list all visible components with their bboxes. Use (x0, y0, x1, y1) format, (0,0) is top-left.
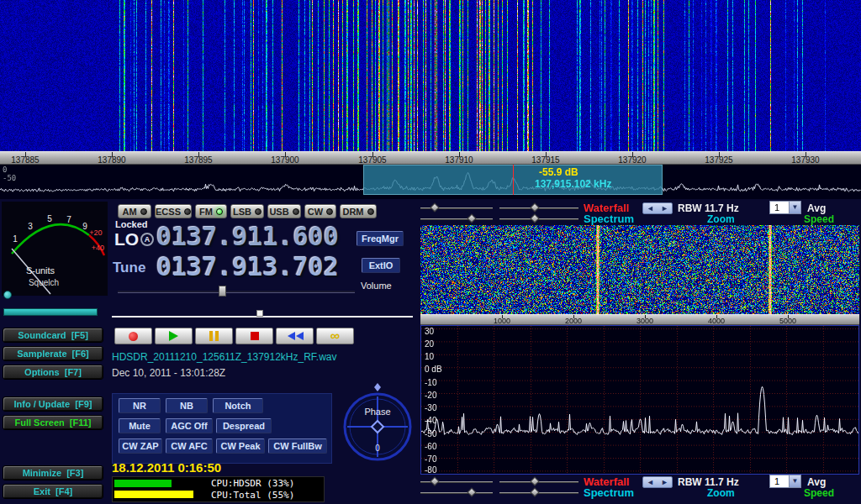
left-arrow-icon[interactable]: ◄ (647, 478, 654, 486)
mode-label: FM (199, 207, 213, 217)
lo-frequency-display[interactable]: 0137.911.600 (156, 222, 339, 251)
extio-button[interactable]: ExtIO (362, 258, 400, 273)
signal-level-readout: -55.9 dB (539, 166, 578, 178)
info-update-button[interactable]: Info / Update [F9] (3, 396, 103, 412)
dropdown-arrow-icon[interactable]: ▼ (789, 475, 800, 487)
despread-button[interactable]: Despread (216, 418, 272, 433)
rewind-button[interactable] (276, 328, 314, 344)
slider-thumb[interactable] (467, 213, 476, 223)
tune-cursor (513, 165, 514, 195)
waterfall-brightness-slider[interactable] (499, 203, 578, 213)
pause-button[interactable] (195, 328, 233, 344)
tune-slider[interactable] (112, 310, 413, 319)
avg-dropdown[interactable]: 1 ▼ (769, 201, 801, 214)
record-button[interactable] (114, 328, 152, 344)
fullscreen-button[interactable]: Full Screen [F11] (3, 415, 103, 430)
notch-button[interactable]: Notch (213, 398, 263, 413)
dropdown-arrow-icon[interactable]: ▼ (789, 202, 800, 213)
squelch-level-bar[interactable] (3, 308, 98, 316)
mode-drm-button[interactable]: DRM (340, 204, 377, 218)
right-arrow-icon[interactable]: ► (661, 478, 668, 486)
slider-thumb[interactable] (430, 202, 439, 212)
volume-slider-thumb[interactable] (219, 286, 226, 297)
svg-text:+20: +20 (89, 228, 102, 237)
slider-thumb[interactable] (530, 202, 539, 212)
usb-led-icon (293, 208, 299, 215)
recording-timestamp: Dec 10, 2011 - 13:01:28Z (112, 367, 225, 379)
squelch-knob[interactable] (3, 291, 12, 299)
slider-thumb[interactable] (530, 487, 539, 496)
minimize-button[interactable]: Minimize [F3] (3, 465, 103, 480)
mode-usb-button[interactable]: USB (267, 204, 301, 218)
slider-thumb[interactable] (467, 487, 476, 496)
agc-button[interactable]: AGC Off (166, 418, 213, 433)
db-tick-label: 10 (425, 352, 434, 361)
nb-button[interactable]: NB (166, 398, 208, 413)
loop-icon: ∞ (330, 330, 340, 342)
waterfall-contrast-slider-2[interactable] (420, 477, 493, 486)
spectrum-range-slider[interactable] (420, 214, 493, 223)
loop-button[interactable]: ∞ (316, 328, 354, 344)
lo-lock-badge[interactable]: A (140, 233, 154, 246)
tune-slider-thumb[interactable] (256, 310, 263, 317)
audio-waterfall[interactable] (420, 225, 859, 314)
zoom-slider-2[interactable] (499, 488, 578, 497)
date-time-display: 18.12.2011 0:16:50 (112, 460, 221, 475)
right-arrow-icon[interactable]: ► (661, 204, 668, 213)
speed-label-2: Speed (804, 487, 834, 499)
slider-thumb[interactable] (530, 476, 539, 486)
svg-text:3: 3 (28, 222, 33, 231)
svg-text:5: 5 (47, 214, 52, 223)
db-tick-label: 0 dB (425, 365, 442, 374)
db-tick-label: -70 (425, 454, 436, 464)
main-waterfall[interactable] (0, 0, 861, 151)
waterfall-brightness-slider-2[interactable] (499, 477, 578, 486)
volume-slider-track[interactable] (118, 291, 355, 293)
volume-slider[interactable] (118, 286, 355, 297)
audio-frequency-scale[interactable]: 1000 2000 3000 4000 5000 (420, 314, 859, 325)
mode-lsb-button[interactable]: LSB (230, 204, 264, 218)
audio-spectrum[interactable]: 30 20 10 0 dB -10 -20 -30 -40 -50 -60 -7… (420, 325, 859, 475)
pause-icon (209, 331, 219, 341)
stop-button[interactable] (235, 328, 273, 344)
soundcard-button[interactable]: Soundcard [F5] (3, 328, 103, 343)
mute-button[interactable]: Mute (119, 418, 161, 433)
left-arrow-icon[interactable]: ◄ (647, 204, 654, 213)
mode-ecss-button[interactable]: ECSS (155, 204, 192, 218)
exit-button[interactable]: Exit [F4] (3, 484, 103, 499)
svg-text:7: 7 (66, 215, 71, 224)
mode-fm-button[interactable]: FM (195, 204, 227, 218)
avg-dropdown-2[interactable]: 1 ▼ (769, 475, 801, 488)
db-tick-label: -20 (425, 391, 436, 400)
cw-peak-button[interactable]: CW Peak (216, 438, 265, 454)
phase-dial[interactable]: Phase 0 (340, 382, 415, 462)
nr-button[interactable]: NR (119, 398, 161, 413)
svg-text:9: 9 (82, 222, 87, 231)
waterfall-shift-control[interactable]: ◄ ► (642, 202, 673, 214)
waterfall-shift-control-2[interactable]: ◄ ► (642, 476, 673, 488)
db-tick-label: -80 (425, 465, 436, 475)
overview-spectrum[interactable]: 0 -50 -55.9 dB 137,915.102 kHz (0, 165, 861, 199)
freq-label: 137885 (11, 155, 39, 165)
slider-thumb[interactable] (430, 476, 439, 486)
waterfall-contrast-slider[interactable] (420, 203, 493, 213)
rbw-label-2: RBW 11.7 Hz (678, 476, 739, 488)
audio-scale-label: 5000 (779, 317, 796, 325)
mode-am-button[interactable]: AM (118, 204, 151, 218)
play-button[interactable] (155, 328, 193, 344)
zoom-slider[interactable] (499, 214, 578, 223)
cw-afc-button[interactable]: CW AFC (166, 438, 213, 454)
samplerate-button[interactable]: Samplerate [F6] (3, 346, 103, 361)
cw-fullbw-button[interactable]: CW FullBw (268, 438, 327, 454)
cpu-hdsdr-bar (114, 480, 172, 487)
cw-zap-button[interactable]: CW ZAP (119, 438, 162, 454)
spectrum-range-slider-2[interactable] (420, 488, 493, 497)
freq-label: 137890 (98, 155, 125, 165)
frequency-scale[interactable]: 137885 137890 137895 137900 137905 13791… (0, 151, 861, 165)
mode-cw-button[interactable]: CW (304, 204, 336, 218)
options-button[interactable]: Options [F7] (3, 365, 103, 380)
tune-frequency-display[interactable]: 0137.913.702 (156, 252, 339, 281)
freqmgr-button[interactable]: FreqMgr (357, 231, 404, 246)
db-tick-label: 30 (425, 327, 434, 336)
slider-thumb[interactable] (530, 213, 539, 223)
